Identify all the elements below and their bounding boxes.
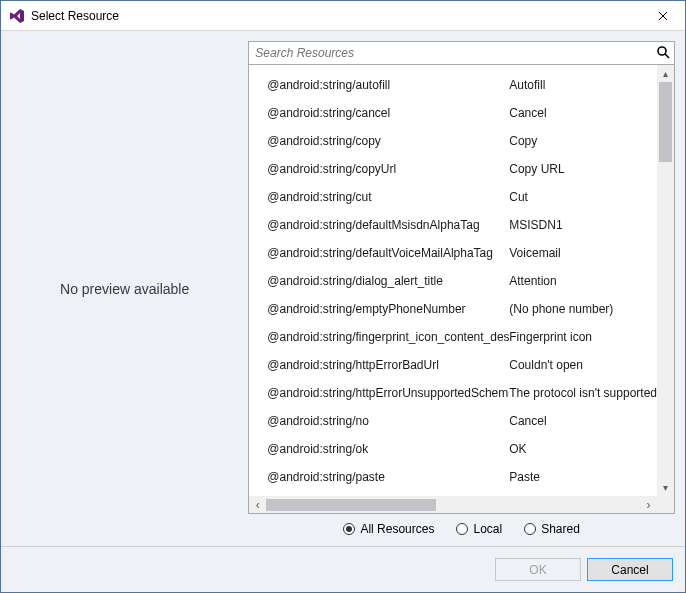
svg-line-1 — [665, 54, 669, 58]
search-icon[interactable] — [652, 45, 674, 62]
ok-button[interactable]: OK — [495, 558, 581, 581]
search-input[interactable] — [249, 46, 652, 60]
preview-pane: No preview available — [1, 31, 248, 546]
radio-icon — [343, 523, 355, 535]
resource-row[interactable]: @android:string/cancelCancel — [249, 99, 657, 127]
titlebar: Select Resource — [1, 1, 685, 31]
resource-key: @android:string/ok — [249, 442, 509, 456]
resource-row[interactable]: @android:string/defaultMsisdnAlphaTagMSI… — [249, 211, 657, 239]
hscroll-thumb[interactable] — [266, 499, 436, 511]
resource-key: @android:string/autofill — [249, 78, 509, 92]
resource-row[interactable]: @android:string/fingerprint_icon_content… — [249, 323, 657, 351]
resource-key: @android:string/dialog_alert_title — [249, 274, 509, 288]
resource-row[interactable]: @android:string/pastePaste — [249, 463, 657, 491]
resource-row[interactable]: @android:string/emptyPhoneNumber(No phon… — [249, 295, 657, 323]
resource-value: MSISDN1 — [509, 218, 657, 232]
resource-value: Voicemail — [509, 246, 657, 260]
list-body: @android:string/autofillAutofill@android… — [249, 65, 674, 496]
resource-value: (No phone number) — [509, 302, 657, 316]
resource-row[interactable]: @android:string/httpErrorBadUrlCouldn't … — [249, 351, 657, 379]
resource-key: @android:string/copyUrl — [249, 162, 509, 176]
resource-value: OK — [509, 442, 657, 456]
dialog-body: No preview available @android:string/aut… — [1, 31, 685, 546]
list-rows: @android:string/autofillAutofill@android… — [249, 65, 657, 496]
svg-point-0 — [658, 47, 666, 55]
resource-row[interactable]: @android:string/copyUrlCopy URL — [249, 155, 657, 183]
scroll-up-icon[interactable]: ▴ — [657, 65, 674, 82]
resource-row[interactable]: @android:string/defaultVoiceMailAlphaTag… — [249, 239, 657, 267]
resource-list: @android:string/autofillAutofill@android… — [248, 65, 675, 514]
radio-local[interactable]: Local — [456, 522, 502, 536]
resource-key: @android:string/cancel — [249, 106, 509, 120]
preview-message: No preview available — [60, 281, 189, 297]
resource-row[interactable]: @android:string/autofillAutofill — [249, 71, 657, 99]
resource-key: @android:string/emptyPhoneNumber — [249, 302, 509, 316]
resource-value: Copy URL — [509, 162, 657, 176]
visual-studio-icon — [9, 8, 25, 24]
scroll-right-icon[interactable]: › — [640, 497, 657, 513]
vscroll-thumb[interactable] — [659, 82, 672, 162]
resource-value: Autofill — [509, 78, 657, 92]
hscroll-track[interactable] — [266, 497, 640, 513]
right-pane: @android:string/autofillAutofill@android… — [248, 31, 685, 546]
window-title: Select Resource — [31, 9, 119, 23]
resource-key: @android:string/defaultVoiceMailAlphaTag — [249, 246, 509, 260]
scroll-corner — [657, 497, 674, 513]
radio-icon — [524, 523, 536, 535]
resource-value: Cut — [509, 190, 657, 204]
resource-key: @android:string/no — [249, 414, 509, 428]
resource-key: @android:string/httpErrorBadUrl — [249, 358, 509, 372]
resource-key: @android:string/cut — [249, 190, 509, 204]
vscroll-track[interactable] — [657, 82, 674, 479]
filter-row: All Resources Local Shared — [248, 514, 675, 540]
radio-label: Local — [473, 522, 502, 536]
scroll-down-icon[interactable]: ▾ — [657, 479, 674, 496]
scroll-left-icon[interactable]: ‹ — [249, 497, 266, 513]
close-button[interactable] — [640, 1, 685, 30]
horizontal-scrollbar[interactable]: ‹ › — [249, 496, 674, 513]
resource-row[interactable]: @android:string/copyCopy — [249, 127, 657, 155]
resource-value: Cancel — [509, 106, 657, 120]
cancel-button[interactable]: Cancel — [587, 558, 673, 581]
resource-value: Fingerprint icon — [509, 330, 657, 344]
resource-row[interactable]: @android:string/noCancel — [249, 407, 657, 435]
resource-value: Cancel — [509, 414, 657, 428]
radio-all-resources[interactable]: All Resources — [343, 522, 434, 536]
resource-key: @android:string/httpErrorUnsupportedSche… — [249, 386, 509, 400]
resource-row[interactable]: @android:string/dialog_alert_titleAttent… — [249, 267, 657, 295]
dialog-footer: OK Cancel — [1, 546, 685, 592]
resource-key: @android:string/paste — [249, 470, 509, 484]
radio-icon — [456, 523, 468, 535]
resource-key: @android:string/defaultMsisdnAlphaTag — [249, 218, 509, 232]
vertical-scrollbar[interactable]: ▴ ▾ — [657, 65, 674, 496]
radio-label: All Resources — [360, 522, 434, 536]
resource-value: Paste — [509, 470, 657, 484]
radio-shared[interactable]: Shared — [524, 522, 580, 536]
resource-value: Attention — [509, 274, 657, 288]
resource-row[interactable]: @android:string/httpErrorUnsupportedSche… — [249, 379, 657, 407]
dialog-window: Select Resource No preview available @an… — [0, 0, 686, 593]
resource-key: @android:string/fingerprint_icon_content… — [249, 330, 509, 344]
resource-row[interactable]: @android:string/cutCut — [249, 183, 657, 211]
resource-key: @android:string/copy — [249, 134, 509, 148]
radio-label: Shared — [541, 522, 580, 536]
search-row — [248, 41, 675, 65]
resource-value: Couldn't open — [509, 358, 657, 372]
resource-value: The protocol isn't supported — [509, 386, 657, 400]
resource-row[interactable]: @android:string/okOK — [249, 435, 657, 463]
resource-value: Copy — [509, 134, 657, 148]
